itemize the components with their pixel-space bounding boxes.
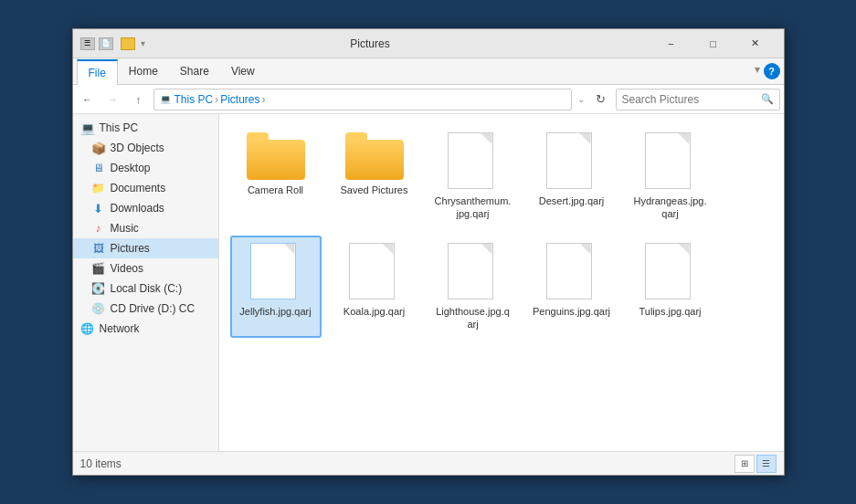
back-button[interactable]: ← [77,89,99,110]
jellyfish-file-icon [250,243,301,301]
help-button[interactable]: ? [764,63,780,79]
hydrangeas-file-icon [645,132,696,191]
address-pc-icon: 💻 [160,94,171,104]
lighthouse-label: Lighthouse.jpg.q arj [433,305,513,331]
window-title: Pictures [90,37,650,50]
tab-file[interactable]: File [77,59,118,85]
address-pictures[interactable]: Pictures [220,93,259,106]
sidebar-label-3d-objects: 3D Objects [111,142,164,154]
address-sep-2: › [262,93,266,106]
sidebar-label-cd-drive: CD Drive (D:) CC [111,302,196,315]
videos-icon: 🎬 [91,261,106,276]
maximize-button[interactable]: □ [692,29,734,58]
list-item[interactable]: Desert.jpg.qarj [526,125,618,228]
list-view-icon: ☰ [762,458,770,468]
status-bar: 10 items ⊞ ☰ [73,451,784,475]
chrysanthemum-file-icon [448,132,499,191]
sidebar-item-downloads[interactable]: ⬇ Downloads [73,198,218,218]
music-icon: ♪ [91,221,106,236]
penguins-file-icon [546,243,597,301]
window-controls: − □ ✕ [650,29,777,58]
ribbon-expand-icon[interactable]: ▾ [755,63,760,79]
sidebar-item-music[interactable]: ♪ Music [73,218,218,238]
desert-file-icon [546,132,597,191]
downloads-icon: ⬇ [91,201,106,215]
list-item[interactable]: Tulips.jpg.qarj [625,236,716,339]
list-item[interactable]: Lighthouse.jpg.q arj [428,236,519,339]
list-item[interactable]: Koala.jpg.qarj [329,236,420,339]
koala-label: Koala.jpg.qarj [343,305,405,318]
search-icon[interactable]: 🔍 [761,93,774,105]
main-area: 💻 This PC 📦 3D Objects 🖥 Desktop 📁 Docum… [73,114,784,451]
sidebar-item-network[interactable]: 🌐 Network [73,319,218,339]
list-item[interactable]: Chrysanthemum. jpg.qarj [428,125,519,228]
content-area: Camera Roll Saved Pictures Chrysanthemum… [219,114,784,451]
address-sep-1: › [215,93,218,106]
sidebar-label-network: Network [100,322,140,335]
saved-pictures-label: Saved Pictures [341,184,408,196]
view-buttons: ⊞ ☰ [734,455,777,473]
tab-home[interactable]: Home [118,58,169,84]
address-chevron[interactable]: ⌄ [576,94,587,104]
item-count: 10 items [80,457,122,470]
network-icon: 🌐 [80,321,95,336]
list-item[interactable]: Penguins.jpg.qarj [526,236,618,339]
medium-icons-view-button[interactable]: ⊞ [734,455,755,473]
medium-icons-view-icon: ⊞ [741,458,748,468]
camera-roll-folder-icon [247,132,305,180]
address-path[interactable]: 💻 This PC › Pictures › [153,89,572,110]
sidebar-item-local-disk[interactable]: 💽 Local Disk (C:) [73,278,218,299]
penguins-label: Penguins.jpg.qarj [533,305,610,318]
tab-share[interactable]: Share [169,58,220,84]
saved-pictures-folder-icon [345,132,404,180]
documents-icon: 📁 [91,181,106,195]
sidebar-label-videos: Videos [111,262,143,275]
list-item[interactable]: Jellyfish.jpg.qarj [230,236,322,339]
list-item[interactable]: Hydrangeas.jpg. qarj [625,125,716,228]
chrysanthemum-label: Chrysanthemum. jpg.qarj [433,194,513,221]
sidebar-item-this-pc[interactable]: 💻 This PC [73,118,218,138]
3d-objects-icon: 📦 [91,141,106,155]
explorer-window: ☰ 📄 ▾ Pictures − □ ✕ File Home Share Vie… [72,28,785,476]
sidebar-item-cd-drive[interactable]: 💿 CD Drive (D:) CC [73,299,218,319]
close-button[interactable]: ✕ [734,29,777,58]
sidebar-label-documents: Documents [111,182,166,194]
this-pc-icon: 💻 [80,121,95,135]
sidebar-item-pictures[interactable]: 🖼 Pictures [73,238,218,258]
up-button[interactable]: ↑ [128,89,150,110]
local-disk-icon: 💽 [91,281,106,296]
tab-view[interactable]: View [220,58,266,84]
search-input[interactable] [622,93,761,106]
ribbon: File Home Share View ▾ ? [73,58,784,85]
koala-file-icon [349,243,400,301]
lighthouse-file-icon [448,243,499,301]
address-bar: ← → ↑ 💻 This PC › Pictures › ⌄ ↻ 🔍 [73,85,784,114]
forward-button[interactable]: → [102,89,124,110]
minimize-button[interactable]: − [650,29,692,58]
camera-roll-label: Camera Roll [248,184,303,196]
cd-drive-icon: 💿 [91,301,106,316]
sidebar-item-documents[interactable]: 📁 Documents [73,178,218,198]
sidebar-label-this-pc: This PC [100,121,139,134]
list-item[interactable]: Saved Pictures [329,125,420,228]
sidebar-label-music: Music [111,222,139,235]
sidebar-label-desktop: Desktop [111,162,151,174]
pictures-icon: 🖼 [91,241,106,256]
jellyfish-label: Jellyfish.jpg.qarj [239,305,311,318]
desktop-icon: 🖥 [91,161,106,175]
ribbon-right: ▾ ? [755,63,780,79]
sidebar-item-3d-objects[interactable]: 📦 3D Objects [73,138,218,158]
sidebar-label-pictures: Pictures [111,242,150,255]
sidebar-item-videos[interactable]: 🎬 Videos [73,258,218,278]
sidebar: 💻 This PC 📦 3D Objects 🖥 Desktop 📁 Docum… [73,114,219,451]
sidebar-label-downloads: Downloads [111,202,164,215]
search-box: 🔍 [616,89,780,110]
tulips-file-icon [645,243,696,301]
sidebar-label-local-disk: Local Disk (C:) [111,282,183,295]
list-view-button[interactable]: ☰ [756,455,777,473]
ribbon-tab-bar: File Home Share View ▾ ? [73,58,784,84]
refresh-button[interactable]: ↻ [590,89,612,110]
address-this-pc[interactable]: This PC [174,93,214,106]
sidebar-item-desktop[interactable]: 🖥 Desktop [73,158,218,178]
list-item[interactable]: Camera Roll [230,125,322,228]
